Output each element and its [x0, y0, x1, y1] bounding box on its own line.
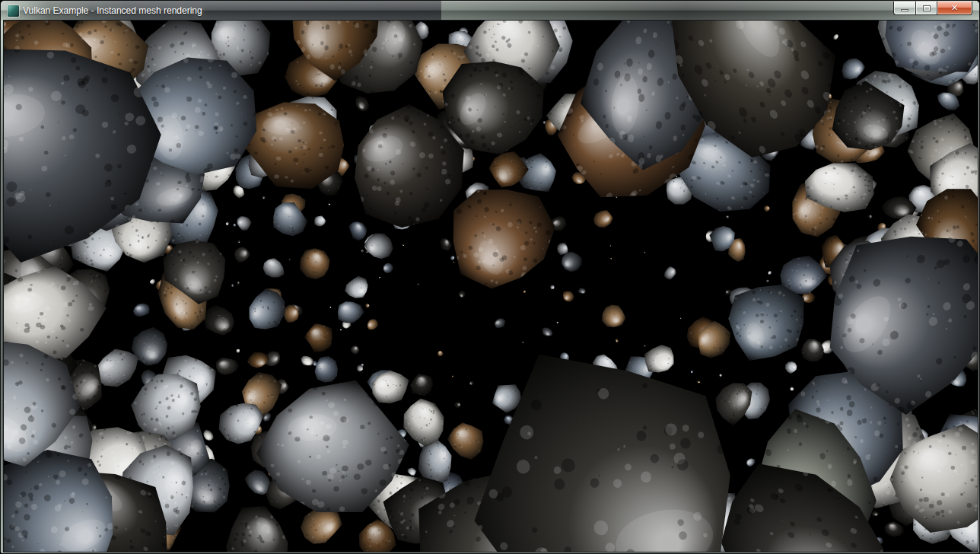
render-viewport[interactable]	[4, 21, 978, 552]
app-icon	[8, 5, 19, 17]
titlebar[interactable]: Vulkan Example - Instanced mesh renderin…	[1, 1, 979, 21]
close-button[interactable]: ✕	[937, 2, 972, 15]
rock-scene-canvas[interactable]	[4, 21, 978, 552]
close-icon: ✕	[951, 4, 958, 12]
maximize-button[interactable]	[915, 2, 937, 15]
minimize-icon	[901, 9, 908, 11]
caption-buttons: ✕	[893, 2, 972, 15]
maximize-icon	[923, 5, 931, 11]
app-window: Vulkan Example - Instanced mesh renderin…	[0, 0, 980, 554]
window-title: Vulkan Example - Instanced mesh renderin…	[23, 1, 202, 21]
minimize-button[interactable]	[893, 2, 915, 15]
